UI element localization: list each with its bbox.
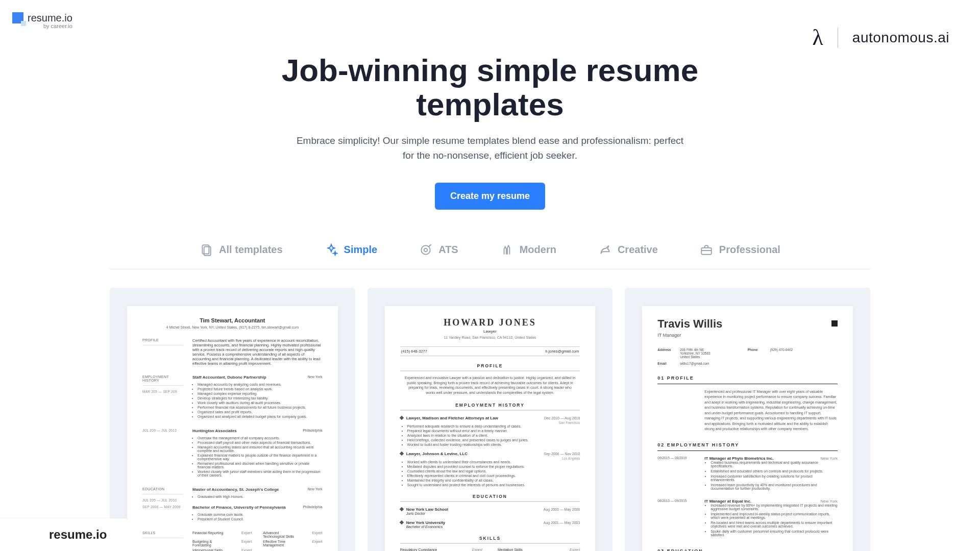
tab-ats[interactable]: ATS bbox=[419, 243, 458, 257]
tab-professional[interactable]: Professional bbox=[700, 243, 780, 257]
unicorn-icon bbox=[598, 243, 611, 257]
tab-label: Creative bbox=[618, 244, 658, 256]
sparkle-icon bbox=[325, 243, 338, 257]
tab-label: Modern bbox=[520, 244, 556, 256]
watermark: resume.io bbox=[0, 518, 128, 551]
resume-name: Tim Stewart, Accountant bbox=[142, 317, 323, 323]
svg-point-3 bbox=[424, 248, 428, 252]
document-icon bbox=[200, 243, 213, 257]
template-cards: Tim Stewart, Accountant 4 Michel Street,… bbox=[110, 288, 870, 551]
square-icon bbox=[831, 320, 838, 327]
resume-preview-2: HOWARD JONES Lawyer 11 Yardley Road, San… bbox=[385, 306, 596, 551]
partner-logo: λ autonomous.ai bbox=[812, 27, 949, 49]
hero: Job-winning simple resume templates Embr… bbox=[0, 54, 980, 210]
divider bbox=[838, 28, 838, 48]
page-subtitle: Embrace simplicity! Our simple resume te… bbox=[296, 133, 684, 163]
target-icon bbox=[419, 243, 432, 257]
partner-name: autonomous.ai bbox=[852, 30, 949, 46]
template-card-3[interactable]: Travis Willis IT Manager Address206 Fift… bbox=[625, 288, 870, 551]
category-tabs: All templates Simple ATS Modern Creative… bbox=[110, 243, 870, 269]
tab-simple[interactable]: Simple bbox=[325, 243, 378, 257]
tab-label: Professional bbox=[719, 244, 780, 256]
site-logo[interactable]: resume.io by career.io bbox=[12, 12, 72, 29]
tab-creative[interactable]: Creative bbox=[598, 243, 658, 257]
tab-label: Simple bbox=[344, 244, 378, 256]
resume-preview-1: Tim Stewart, Accountant 4 Michel Street,… bbox=[127, 306, 338, 551]
svg-point-2 bbox=[422, 245, 430, 254]
resume-preview-3: Travis Willis IT Manager Address206 Fift… bbox=[642, 306, 853, 551]
tab-all-templates[interactable]: All templates bbox=[200, 243, 282, 257]
tab-modern[interactable]: Modern bbox=[500, 243, 556, 257]
lambda-icon: λ bbox=[812, 27, 823, 49]
svg-rect-4 bbox=[701, 247, 712, 254]
create-resume-button[interactable]: Create my resume bbox=[435, 183, 545, 210]
resume-contact: 4 Michel Street, New York, NY, United St… bbox=[142, 325, 323, 329]
template-card-1[interactable]: Tim Stewart, Accountant 4 Michel Street,… bbox=[110, 288, 355, 551]
logo-text: resume.io bbox=[28, 12, 72, 24]
briefcase-icon bbox=[700, 243, 713, 257]
rock-icon bbox=[500, 243, 513, 257]
tab-label: ATS bbox=[438, 244, 458, 256]
list: Managed accounts by analyzing costs and … bbox=[198, 383, 323, 418]
logo-mark bbox=[12, 12, 23, 23]
tab-label: All templates bbox=[219, 244, 282, 256]
template-card-2[interactable]: HOWARD JONES Lawyer 11 Yardley Road, San… bbox=[368, 288, 613, 551]
page-title: Job-winning simple resume templates bbox=[0, 54, 980, 122]
